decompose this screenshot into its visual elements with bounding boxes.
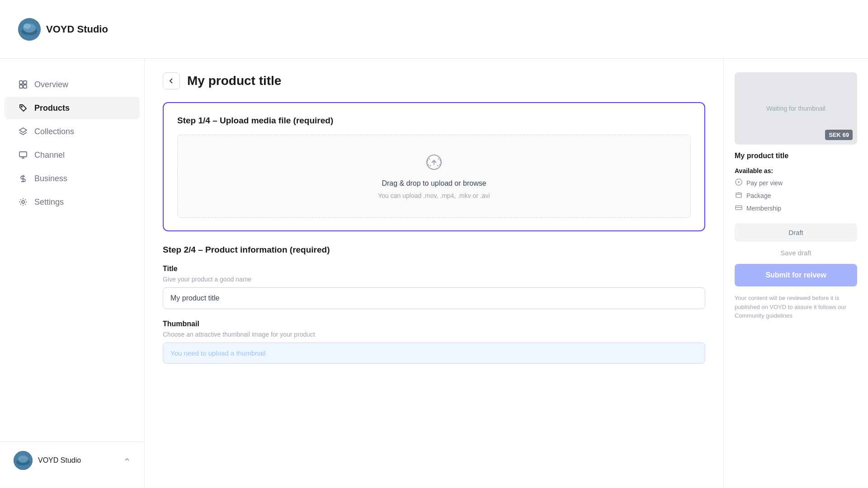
draft-badge: Draft xyxy=(735,223,857,242)
svg-rect-5 xyxy=(24,81,27,84)
chevron-up-icon xyxy=(123,456,131,465)
thumbnail-waiting-text: Waiting for thumbnail xyxy=(766,105,826,112)
svg-point-17 xyxy=(18,455,28,463)
preview-thumbnail: Waiting for thumbnail SEK 69 xyxy=(735,72,857,145)
play-circle-icon xyxy=(735,178,743,188)
step1-title: Step 1/4 – Upload media file (required) xyxy=(177,116,691,126)
grid-icon xyxy=(18,80,28,89)
step1-card: Step 1/4 – Upload media file (required) … xyxy=(163,102,705,231)
upload-dropzone[interactable]: Drag & drop to upload or browse You can … xyxy=(177,135,691,218)
option-package-label: Package xyxy=(746,192,771,199)
svg-rect-7 xyxy=(24,85,27,88)
sidebar-item-label-overview: Overview xyxy=(34,80,68,89)
sidebar-bottom-avatar xyxy=(14,451,33,470)
top-header: VOYD Studio xyxy=(0,0,868,59)
option-pay-per-view-label: Pay per view xyxy=(746,179,783,187)
svg-rect-10 xyxy=(19,152,27,157)
svg-rect-4 xyxy=(19,81,23,84)
review-disclaimer: Your content will be reviewed before it … xyxy=(735,294,857,320)
step2-section: Step 2/4 – Product information (required… xyxy=(163,245,705,373)
page-header: My product title xyxy=(163,72,705,89)
option-package: Package xyxy=(735,191,857,201)
sidebar-item-overview[interactable]: Overview xyxy=(5,73,140,96)
upload-sub-text: You can upload .mov, .mp4, .mkv or .avi xyxy=(378,192,490,199)
content-area: My product title Step 1/4 – Upload media… xyxy=(145,59,723,488)
monitor-icon xyxy=(18,150,28,160)
thumbnail-field-label: Thumbnail xyxy=(163,320,705,328)
sidebar-item-business[interactable]: Business xyxy=(5,167,140,190)
layers-icon xyxy=(18,127,28,136)
sidebar-nav: Overview Products Coll xyxy=(0,68,144,441)
membership-icon xyxy=(735,203,743,213)
sidebar-item-settings[interactable]: Settings xyxy=(5,191,140,213)
price-badge: SEK 69 xyxy=(825,130,853,140)
thumbnail-field-hint: Choose an attractive thumbnail image for… xyxy=(163,331,705,338)
preview-product-title: My product title xyxy=(735,152,857,160)
back-button[interactable] xyxy=(163,72,180,89)
app-title: VOYD Studio xyxy=(46,23,108,35)
submit-button[interactable]: Submit for reivew xyxy=(735,264,857,286)
sidebar: Overview Products Coll xyxy=(0,59,145,488)
sidebar-item-label-collections: Collections xyxy=(34,127,74,136)
svg-rect-21 xyxy=(736,193,741,197)
upload-main-text: Drag & drop to upload or browse xyxy=(382,179,486,188)
title-input[interactable] xyxy=(163,287,705,309)
tag-icon xyxy=(18,103,28,113)
package-icon xyxy=(735,191,743,201)
svg-marker-9 xyxy=(19,128,27,132)
thumbnail-placeholder-text: You need to upload a thumbnail xyxy=(170,349,265,357)
svg-point-8 xyxy=(21,106,22,107)
thumbnail-upload-area[interactable]: You need to upload a thumbnail xyxy=(163,343,705,364)
title-field-label: Title xyxy=(163,265,705,273)
logo-avatar xyxy=(18,18,41,41)
available-as-section: Available as: Pay per view xyxy=(735,167,857,216)
sidebar-item-label-settings: Settings xyxy=(34,197,64,207)
sidebar-item-label-channel: Channel xyxy=(34,150,65,160)
gear-icon xyxy=(18,197,28,207)
dollar-icon xyxy=(18,174,28,183)
sidebar-item-collections[interactable]: Collections xyxy=(5,120,140,143)
sidebar-bottom[interactable]: VOYD Studio xyxy=(0,441,144,479)
option-pay-per-view: Pay per view xyxy=(735,178,857,188)
sidebar-item-channel[interactable]: Channel xyxy=(5,144,140,166)
svg-marker-20 xyxy=(738,181,741,183)
upload-icon xyxy=(425,153,443,173)
save-draft-button[interactable]: Save draft xyxy=(735,249,857,257)
option-membership-label: Membership xyxy=(746,205,781,212)
page-title: My product title xyxy=(187,74,281,88)
right-panel: Waiting for thumbnail SEK 69 My product … xyxy=(723,59,868,488)
step2-title: Step 2/4 – Product information (required… xyxy=(163,245,705,255)
logo-area: VOYD Studio xyxy=(18,18,108,41)
sidebar-bottom-name: VOYD Studio xyxy=(38,456,118,465)
sidebar-item-label-business: Business xyxy=(34,174,67,183)
sidebar-item-products[interactable]: Products xyxy=(5,97,140,119)
svg-rect-6 xyxy=(19,85,23,88)
available-as-label: Available as: xyxy=(735,167,857,174)
svg-point-3 xyxy=(24,23,31,29)
sidebar-item-label-products: Products xyxy=(34,103,70,113)
svg-point-14 xyxy=(22,201,24,203)
main-layout: Overview Products Coll xyxy=(0,59,868,488)
title-field-hint: Give your product a good name xyxy=(163,276,705,283)
option-membership: Membership xyxy=(735,203,857,213)
